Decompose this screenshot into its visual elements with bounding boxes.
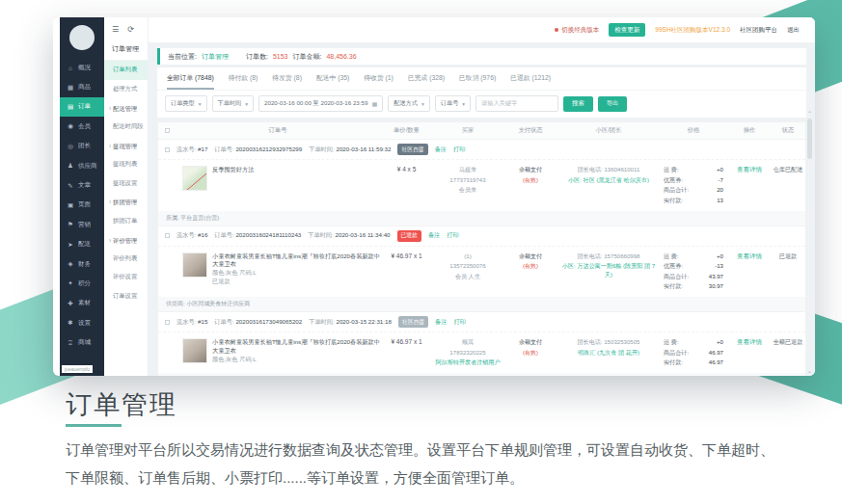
submenu-group-withdraw[interactable]: 提现管理	[104, 136, 148, 155]
fees-cell: 运 费:+0 商品合计:46.97 实付款:46.97	[659, 338, 728, 367]
sidebar-item-orders[interactable]: ▤订单	[60, 97, 104, 117]
sidebar-item-finance[interactable]: ◈财务	[60, 254, 104, 274]
submenu-item-handle-method[interactable]: 处理方式	[104, 80, 148, 99]
refresh-icon[interactable]: ⟳	[127, 25, 134, 34]
submenu-item-order-list[interactable]: 订单列表	[104, 61, 148, 80]
order-status: 全额已退款	[771, 338, 805, 347]
breadcrumb-page[interactable]: 订单管理	[202, 52, 229, 62]
sidebar-item-points[interactable]: ✦积分	[60, 274, 104, 293]
fees-cell: 运 费:+0 优惠券:-13 商品合计:43.97 实付款:30.97	[659, 252, 728, 292]
sidebar-item-overview[interactable]: ⌂概况	[60, 58, 104, 77]
date-range-input[interactable]: 2020-03-16 00:00 至 2020-03-16 23:59▦	[258, 95, 383, 112]
status-tabs: 全部订单 (7848) 待付款 (8) 待发货 (8) 配送中 (35) 待收货…	[157, 67, 806, 91]
community-link[interactable]: 明珠汇 (九次食 团 花开)	[558, 349, 659, 358]
logout-link[interactable]: 退出	[787, 26, 800, 35]
version-text: 99SH社区团购版本V12.3.0	[655, 26, 730, 35]
tab-delivering[interactable]: 配送中 (35)	[316, 73, 349, 90]
main-area: 切换经典版本 检查更新 99SH社区团购版本V12.3.0 社区团购平台 退出 …	[149, 17, 815, 376]
buyer-cell: 顺其17832320225 阿尔斯特开发者注销用户	[433, 338, 502, 367]
select-all-checkbox[interactable]	[165, 128, 170, 133]
view-detail-link[interactable]: 查看详情	[737, 252, 762, 259]
leader-cell: 团长电话: 15032530505 明珠汇 (九次食 团 花开)	[558, 338, 659, 357]
submenu-item-review-settings[interactable]: 评价设置	[104, 268, 148, 287]
note-link[interactable]: 备注	[428, 231, 440, 240]
search-field-select[interactable]: 订单号▾	[435, 95, 471, 112]
payment-cell: 余额支付(有效)	[502, 338, 558, 357]
print-link[interactable]: 打印	[453, 318, 465, 327]
note-link[interactable]: 备注	[435, 146, 447, 154]
points-icon: ✦	[67, 279, 74, 287]
orders-icon: ▤	[67, 103, 74, 111]
submenu-item-delivery-slots[interactable]: 配送时间段	[104, 118, 148, 137]
sidebar-item-suppliers[interactable]: ♟供应商	[60, 156, 104, 175]
submenu-item-groupbuy-orders[interactable]: 拼团订单	[104, 211, 148, 230]
platform-link[interactable]: 社区团购平台	[740, 26, 777, 35]
sidebar-item-pages[interactable]: ▣页面	[60, 196, 104, 215]
check-update-button[interactable]: 检查更新	[609, 23, 645, 37]
sidebar-item-materials[interactable]: ✚素材	[60, 294, 104, 313]
order-time-select[interactable]: 下单时间▾	[212, 95, 255, 112]
buyer-cell: 马超朱17737319743会员朱	[433, 166, 502, 195]
submenu-item-review-list[interactable]: 评价列表	[104, 250, 148, 269]
tab-cancelled[interactable]: 已取消 (976)	[459, 73, 496, 90]
product-spec: 颜色:灰色 尺码:L	[212, 269, 380, 278]
tab-all-orders[interactable]: 全部订单 (7848)	[167, 73, 214, 90]
scroll-down-icon[interactable]: ⌄	[807, 369, 812, 374]
search-button[interactable]: 搜索	[563, 96, 593, 112]
note-link[interactable]: 备注	[435, 318, 447, 327]
print-link[interactable]: 打印	[447, 231, 458, 240]
sidebar-item-articles[interactable]: ✎文章	[60, 175, 104, 195]
sidebar-item-members[interactable]: ◉会员	[60, 117, 104, 136]
tab-completed[interactable]: 已完成 (328)	[408, 73, 445, 90]
row-checkbox[interactable]	[165, 147, 170, 152]
scroll-up-icon[interactable]: ⌃	[807, 112, 812, 117]
submenu-item-withdraw-settings[interactable]: 提现设置	[104, 173, 148, 193]
keyword-search-input[interactable]: 请输入关键字	[475, 95, 558, 112]
view-detail-link[interactable]: 查看详情	[737, 166, 762, 172]
tab-pending-payment[interactable]: 待付款 (8)	[229, 73, 258, 90]
breadcrumb: 当前位置: 订单管理 订单数: 5153 订单金额: 48,456.36	[157, 48, 806, 65]
submenu-item-order-settings[interactable]: 订单设置	[104, 287, 148, 306]
tab-refunded[interactable]: 已退款 (1212)	[510, 73, 551, 90]
sidebar-item-leaders[interactable]: ◎团长	[60, 137, 104, 156]
tab-pending-shipment[interactable]: 待发货 (8)	[272, 73, 302, 90]
product-image	[182, 166, 207, 191]
print-link[interactable]: 打印	[453, 146, 465, 154]
community-link[interactable]: 小区: 社区 (黑龙江省 哈尔滨市)	[558, 176, 659, 185]
row-checkbox[interactable]	[165, 233, 170, 238]
hamburger-icon[interactable]: ☰	[112, 25, 119, 34]
mall-icon: ♖	[67, 339, 74, 347]
tab-pending-receipt[interactable]: 待收货 (1)	[364, 73, 394, 90]
order-type-select[interactable]: 订单类型▾	[165, 95, 207, 112]
delivery-method-select[interactable]: 配送方式▾	[388, 95, 430, 112]
submenu-group-reviews[interactable]: 评价管理	[104, 230, 148, 250]
primary-sidebar: ⌂概况 ▦商品 ▤订单 ◉会员 ◎团长 ♟供应商 ✎文章 ▣页面 ⚑营销 ➤配送…	[60, 17, 104, 376]
submenu-group-groupbuy[interactable]: 拼团管理	[104, 193, 148, 212]
community-link[interactable]: 小区: 万达公寓一期6栋 (陈景阳 团 7天)	[558, 262, 659, 279]
scrollbar-thumb[interactable]	[807, 119, 812, 159]
home-icon: ⌂	[67, 65, 74, 71]
submenu-group-delivery[interactable]: 配送管理	[104, 98, 148, 118]
secondary-sidebar: ☰ ⟳ 订单管理 订单列表 处理方式 配送管理 配送时间段 提现管理 提现列表 …	[104, 17, 149, 376]
content-body: 当前位置: 订单管理 订单数: 5153 订单金额: 48,456.36 全部订…	[149, 42, 815, 376]
payment-cell: 余额支付(有效)	[502, 252, 558, 271]
sidebar-item-marketing[interactable]: ⚑营销	[60, 215, 104, 234]
sidebar-item-settings[interactable]: ✱设置	[60, 313, 104, 332]
marketing-page: ⌂概况 ▦商品 ▤订单 ◉会员 ◎团长 ♟供应商 ✎文章 ▣页面 ⚑营销 ➤配送…	[0, 0, 842, 504]
materials-icon: ✚	[67, 300, 74, 307]
order-count: 5153	[273, 53, 288, 60]
export-button[interactable]: 导出	[598, 96, 628, 112]
sidebar-item-delivery[interactable]: ➤配送	[60, 235, 104, 254]
section-title: 订单管理	[66, 387, 177, 422]
switch-classic-link[interactable]: 切换经典版本	[561, 26, 599, 35]
scrollbar[interactable]: ⌃ ⌄	[806, 112, 813, 374]
section-description: 订单管理对平台所以交易情况进行数据查询及状态管理。设置平台下单规则管理，可设置自…	[66, 436, 787, 492]
submenu-item-withdraw-list[interactable]: 提现列表	[104, 155, 148, 174]
sidebar-item-products[interactable]: ▦商品	[60, 77, 104, 96]
row-checkbox[interactable]	[165, 320, 170, 325]
buyer-link[interactable]: 阿尔斯特开发者注销用户	[433, 358, 502, 367]
supplier-strip: 供货商: 小区同城美食转正供应商	[158, 373, 805, 376]
view-detail-link[interactable]: 查看详情	[737, 338, 762, 345]
leader-cell: 团长电话: 13604610011 小区: 社区 (黑龙江省 哈尔滨市)	[558, 166, 659, 184]
sidebar-item-mall[interactable]: ♖商城	[60, 332, 104, 352]
